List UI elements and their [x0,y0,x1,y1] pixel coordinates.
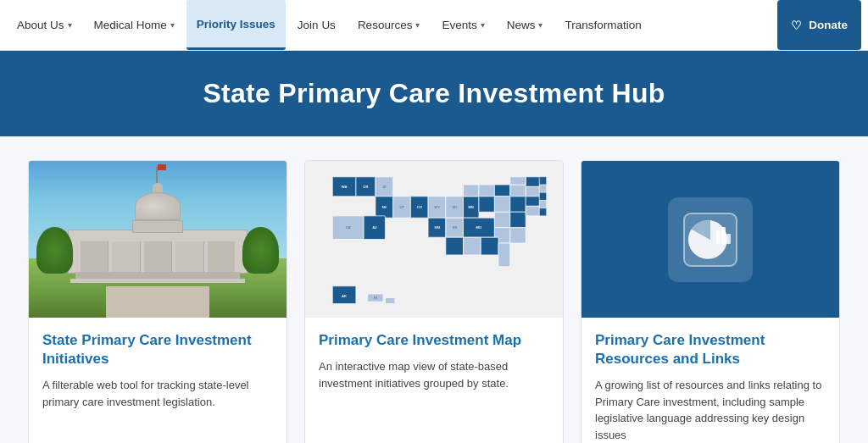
cards-section: State Primary Care Investment Initiative… [0,136,868,443]
donate-button[interactable]: ♡ Donate [777,0,861,50]
nav-resources-label: Resources [358,19,413,31]
svg-text:OR: OR [363,185,368,189]
nav-transformation[interactable]: Transformation [554,0,651,50]
nav-news-label: News [507,19,536,31]
pie-chart-icon-container [668,197,753,282]
svg-rect-35 [539,192,546,200]
nav-events-label: Events [442,19,476,31]
card-resources-image [581,161,839,318]
svg-rect-33 [539,177,546,185]
nav-medical-home-chevron: ▾ [170,20,175,30]
steps2 [70,279,246,284]
svg-rect-12 [479,185,494,197]
svg-text:AZ: AZ [372,225,377,230]
nav-news-chevron: ▾ [538,20,542,30]
svg-text:ID: ID [382,185,386,189]
main-nav: About Us ▾ Medical Home ▾ Priority Issue… [0,0,868,51]
card-investment-map-title[interactable]: Primary Care Investment Map [319,331,549,350]
svg-rect-25 [446,237,464,255]
nav-events[interactable]: Events ▾ [431,0,494,50]
nav-priority-issues-label: Priority Issues [197,18,275,30]
nav-resources[interactable]: Resources ▾ [348,0,431,50]
svg-rect-34 [539,185,546,192]
svg-text:CO: CO [417,205,423,209]
nav-join-us-label: Join Us [298,19,336,31]
col3 [144,241,172,274]
nav-transformation-label: Transformation [565,19,641,31]
col2 [112,241,140,274]
card-state-investment-title[interactable]: State Primary Care Investment Initiative… [42,331,273,368]
svg-rect-37 [539,208,546,216]
svg-text:SD: SD [453,205,458,209]
hero-title: State Primary Care Investment Hub [17,78,851,109]
svg-text:MO: MO [476,225,482,230]
card-investment-map: WA OR ID NV UT CO CA AZ WY SD MN NM KS M… [304,160,564,443]
dome [135,192,181,220]
col1 [81,241,108,274]
svg-rect-38 [510,177,526,185]
svg-rect-21 [494,212,509,227]
nav-join-us[interactable]: Join Us [287,0,346,50]
svg-text:CA: CA [346,225,351,230]
svg-rect-15 [479,197,494,212]
svg-rect-28 [498,243,510,267]
svg-rect-11 [464,185,479,197]
svg-rect-36 [539,200,546,208]
nav-medical-home[interactable]: Medical Home ▾ [84,0,185,50]
svg-rect-41 [385,298,395,304]
svg-rect-24 [510,228,526,243]
donate-label: Donate [809,19,848,31]
nav-medical-home-label: Medical Home [94,19,167,31]
heart-icon: ♡ [791,19,802,32]
card-state-investment-content: State Primary Care Investment Initiative… [29,318,287,424]
tree-right [242,227,279,274]
svg-rect-27 [481,237,498,255]
nav-priority-issues[interactable]: Priority Issues [186,0,286,50]
card-investment-map-content: Primary Care Investment Map An interacti… [305,318,563,405]
svg-text:MN: MN [469,205,474,209]
tree-left [36,227,73,274]
nav-about-us-chevron: ▾ [68,20,72,30]
lantern [153,183,163,192]
flag [158,164,166,170]
col5 [208,241,235,274]
card-resources-content: Primary Care Investment Resources and Li… [581,318,839,443]
card-state-investment-image [29,161,287,318]
svg-text:NV: NV [382,205,387,209]
svg-text:NM: NM [434,225,440,230]
card-resources-title[interactable]: Primary Care Investment Resources and Li… [595,331,826,368]
card-investment-map-desc: An interactive map view of state-based i… [319,358,549,391]
nav-about-us-label: About Us [17,19,64,31]
dome-drum [132,220,184,233]
svg-rect-32 [526,206,539,216]
nav-about-us[interactable]: About Us ▾ [7,0,82,50]
path [106,286,209,318]
svg-rect-13 [494,185,509,197]
us-map-svg: WA OR ID NV UT CO CA AZ WY SD MN NM KS M… [311,165,557,313]
nav-resources-chevron: ▾ [415,20,420,30]
card-map-image: WA OR ID NV UT CO CA AZ WY SD MN NM KS M… [305,161,563,318]
capitol-illustration [29,161,287,318]
card-resources: Primary Care Investment Resources and Li… [581,160,840,443]
card-state-investment: State Primary Care Investment Initiative… [28,160,287,443]
svg-rect-14 [510,185,526,197]
svg-text:WA: WA [342,185,348,189]
svg-rect-31 [526,197,539,207]
columns [81,233,235,274]
nav-events-chevron: ▾ [481,20,485,30]
card-state-investment-desc: A filterable web tool for tracking state… [42,377,273,410]
svg-rect-26 [464,237,481,255]
svg-rect-30 [526,186,539,197]
hero-section: State Primary Care Investment Hub [0,51,868,136]
svg-text:UT: UT [399,205,404,209]
svg-text:KS: KS [453,225,458,230]
col4 [175,241,203,274]
card-resources-desc: A growing list of resources and links re… [595,377,826,443]
svg-rect-29 [526,177,539,187]
svg-rect-16 [494,197,509,212]
svg-rect-60 [721,227,726,244]
svg-rect-17 [510,197,526,212]
svg-rect-59 [716,230,721,244]
nav-news[interactable]: News ▾ [497,0,554,50]
svg-text:AK: AK [342,294,347,298]
